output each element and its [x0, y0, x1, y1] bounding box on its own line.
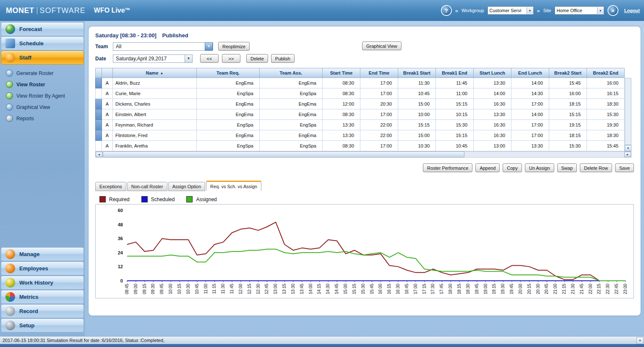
- sidebar-item-metrics[interactable]: Metrics: [1, 290, 84, 304]
- action-copy-button[interactable]: Copy: [503, 163, 522, 172]
- close-icon[interactable]: ×: [607, 5, 618, 16]
- svg-text:60: 60: [118, 208, 123, 213]
- table-row[interactable]: AFlintstone, FredEngEmaEngEma13:3022:001…: [95, 130, 631, 141]
- tab-non-call-roster[interactable]: Non-call Roster: [127, 182, 167, 191]
- row-flag-cell: A: [102, 109, 113, 120]
- publish-button[interactable]: Publish: [271, 54, 295, 63]
- column-header-team-req[interactable]: Team Req.: [197, 68, 260, 78]
- vertical-scrollbar-track[interactable]: [625, 78, 631, 145]
- sidebar-item-employees[interactable]: Employees: [1, 262, 84, 275]
- column-header-break2-start[interactable]: Break2 Start: [549, 68, 587, 78]
- sidebar-item-graphical-view[interactable]: Graphical View: [0, 101, 85, 113]
- column-header-break1-end[interactable]: Break1 End: [436, 68, 474, 78]
- scroll-right-icon[interactable]: ►: [624, 152, 631, 157]
- record-icon: [5, 306, 15, 316]
- legend-label: Required: [109, 197, 130, 202]
- column-header-end-lunch[interactable]: End Lunch: [511, 68, 549, 78]
- sidebar-sub-group: Generate RosterView RosterView Roster By…: [0, 67, 85, 124]
- table-row[interactable]: AAldrin, BuzzEngEmaEngEma08:3017:0011:30…: [95, 78, 631, 88]
- brand-logo: MONET SOFTWARE WFO LiveTM: [6, 6, 130, 15]
- action-delete-row-button[interactable]: Delete Row: [580, 163, 612, 172]
- sidebar-item-label: Metrics: [19, 294, 39, 300]
- delete-button[interactable]: Delete: [246, 54, 268, 63]
- action-roster-performance-button[interactable]: Roster Performance: [423, 163, 472, 172]
- column-header-start-time[interactable]: Start Time: [323, 68, 360, 78]
- table-row[interactable]: ADickens, CharlesEngEmaEngEma12:0020:301…: [95, 99, 631, 109]
- tab-exceptions[interactable]: Exceptions: [95, 182, 126, 191]
- sidebar-item-reports[interactable]: Reports: [0, 113, 85, 124]
- cell: 19:30: [587, 120, 625, 130]
- sidebar-item-work-history[interactable]: Work History: [1, 276, 84, 290]
- column-header-end-time[interactable]: End Time: [360, 68, 398, 78]
- table-row[interactable]: AEinstein, AlbertEngEmaEngEma08:3017:001…: [95, 109, 631, 120]
- row-selector[interactable]: [95, 120, 102, 130]
- workgroup-select[interactable]: Customer Servi ▼: [488, 6, 534, 15]
- svg-text:21:00: 21:00: [553, 284, 558, 294]
- column-header-team-ass[interactable]: Team Ass.: [260, 68, 323, 78]
- sidebar-item-label: Graphical View: [16, 104, 50, 110]
- graphical-view-button[interactable]: Graphical View: [362, 41, 402, 50]
- sidebar-item-view-roster[interactable]: View Roster: [0, 79, 85, 90]
- sidebar-item-staff[interactable]: Staff: [1, 51, 84, 65]
- sidebar-item-forecast[interactable]: Forecast: [1, 22, 84, 36]
- svg-text:15:30: 15:30: [361, 284, 365, 294]
- column-header-break2-end[interactable]: Break2 End: [587, 68, 625, 78]
- sidebar-item-setup[interactable]: Setup: [1, 319, 84, 332]
- svg-text:18:15: 18:15: [457, 284, 461, 294]
- help-icon[interactable]: ?: [441, 5, 452, 16]
- product-name: WFO Live: [94, 7, 125, 14]
- svg-text:18:30: 18:30: [466, 284, 470, 294]
- row-selector[interactable]: [95, 88, 102, 99]
- sort-ascending-icon: ▲: [160, 71, 164, 75]
- horizontal-scrollbar[interactable]: ◄ ►: [95, 151, 631, 158]
- reoptimize-button[interactable]: Reoptimize: [218, 42, 250, 51]
- action-swap-button[interactable]: Swap: [557, 163, 577, 172]
- svg-text:16:15: 16:15: [387, 284, 391, 294]
- previous-day-button[interactable]: <<: [200, 54, 219, 63]
- row-selector[interactable]: [95, 78, 102, 88]
- sidebar-item-label: View Roster By Agent: [16, 93, 65, 99]
- cell: EngSpa: [197, 88, 260, 99]
- action-save-button[interactable]: Save: [615, 163, 634, 172]
- column-header-break1-start[interactable]: Break1 Start: [398, 68, 436, 78]
- sidebar-item-record[interactable]: Record: [1, 304, 84, 318]
- logout-link[interactable]: Logout: [624, 8, 640, 13]
- sidebar-item-generate-roster[interactable]: Generate Roster: [0, 67, 85, 79]
- sidebar-item-manage[interactable]: Manage: [1, 247, 84, 261]
- scroll-down-icon[interactable]: ▼: [625, 145, 631, 151]
- action-append-button[interactable]: Append: [475, 163, 500, 172]
- team-select[interactable]: All ▼: [113, 42, 213, 51]
- team-value: All: [113, 44, 205, 49]
- legend-item-assigned: Assigned: [186, 196, 216, 202]
- date-select[interactable]: Saturday,April 29,2017 ▼: [113, 54, 193, 63]
- action-un-assign-button[interactable]: Un Assign: [525, 163, 554, 172]
- cell: 17:00: [511, 99, 549, 109]
- svg-text:12:30: 12:30: [256, 284, 261, 294]
- reports-icon: [6, 115, 13, 122]
- row-selector[interactable]: [95, 141, 102, 151]
- scroll-left-icon[interactable]: ◄: [96, 152, 102, 157]
- sidebar-item-view-roster-by-agent[interactable]: View Roster By Agent: [0, 90, 85, 101]
- site-select[interactable]: Home Office ▼: [555, 6, 604, 15]
- next-day-button[interactable]: >>: [222, 54, 240, 63]
- row-selector[interactable]: [95, 99, 102, 109]
- tab-assign-option[interactable]: Assign Option: [168, 182, 205, 191]
- row-selector[interactable]: [95, 109, 102, 120]
- requirements-chart: 0122436486008:4509:0009:1509:3009:4510:0…: [96, 205, 634, 298]
- cell: 13:00: [474, 141, 511, 151]
- cell: 15:15: [436, 130, 474, 141]
- graphical-view-icon: [6, 104, 13, 111]
- horizontal-scrollbar-thumb[interactable]: [103, 151, 464, 158]
- status-history-dropdown-icon[interactable]: ▼: [636, 337, 644, 344]
- cell: EngSpa: [197, 120, 260, 130]
- tab-req-vs-sch-vs-assign[interactable]: Req. vs Sch. vs Assign: [206, 181, 261, 191]
- row-selector[interactable]: [95, 130, 102, 141]
- table-row[interactable]: AFranklin, ArethaEngSpaEngSpa08:3017:001…: [95, 141, 631, 151]
- column-header-name[interactable]: Name▲: [113, 68, 197, 78]
- column-header-start-lunch[interactable]: Start Lunch: [474, 68, 511, 78]
- svg-text:13:30: 13:30: [291, 284, 295, 294]
- table-row[interactable]: ACurie, MarieEngSpaEngSpa08:3017:0010:45…: [95, 88, 631, 99]
- sidebar-item-schedule[interactable]: Schedule: [1, 36, 84, 50]
- sidebar-bottom-group: ManageEmployeesWork HistoryMetricsRecord…: [0, 247, 85, 333]
- table-row[interactable]: AFeynman, RichardEngSpaEngSpa13:3022:001…: [95, 120, 631, 130]
